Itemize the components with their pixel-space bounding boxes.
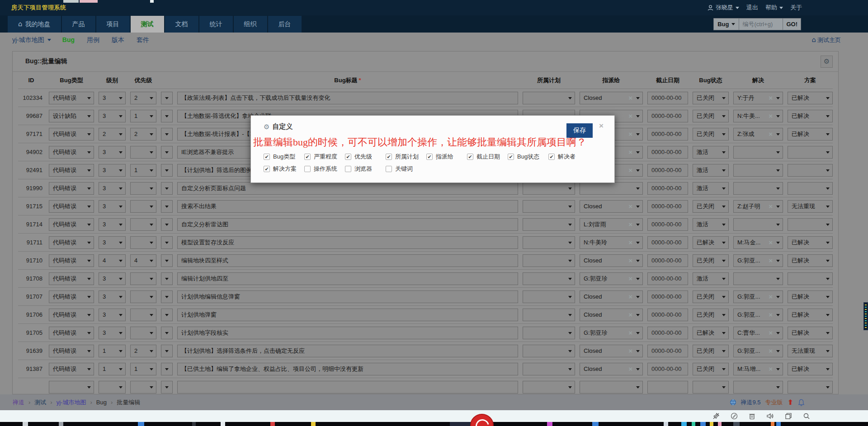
upgrade-icon[interactable]: ⬆ — [788, 399, 793, 406]
bug-type-select[interactable]: 代码错误 — [49, 345, 94, 357]
severity-select[interactable]: 3 — [99, 290, 126, 303]
severity-select[interactable]: 3 — [99, 327, 126, 339]
assigned-to-picker[interactable]: × — [580, 182, 643, 195]
clear-icon[interactable]: × — [628, 203, 632, 210]
clear-icon[interactable]: × — [628, 347, 632, 354]
bug-type-select[interactable]: 代码错误 — [49, 272, 94, 285]
severity-select[interactable]: 3 — [99, 164, 126, 177]
clear-icon[interactable]: × — [628, 239, 632, 246]
field-checkbox-Bug状态[interactable]: ✔ Bug状态 — [508, 153, 548, 161]
window-restore-icon[interactable] — [785, 412, 792, 420]
plan-select[interactable] — [523, 363, 575, 375]
resolution-select[interactable]: 已解决 — [788, 92, 833, 104]
resolved-by-picker[interactable]: × — [733, 381, 783, 393]
breadcrumb-product[interactable]: yj-城市地图 — [57, 398, 86, 407]
title-color-select[interactable] — [161, 381, 173, 393]
severity-select[interactable]: 3 — [99, 218, 126, 231]
resolution-select[interactable] — [788, 146, 833, 159]
resolution-select[interactable] — [788, 272, 833, 285]
severity-select[interactable]: 2 — [99, 128, 126, 140]
clear-icon[interactable]: × — [628, 365, 632, 372]
assigned-to-picker[interactable]: G:郭亚珍× — [580, 327, 643, 339]
nav-tab-统计[interactable]: 统计 — [199, 16, 233, 33]
resolved-by-picker[interactable]: G:郭亚...× — [733, 290, 783, 303]
resolved-by-picker[interactable]: M:马金...× — [733, 236, 783, 249]
severity-select[interactable]: 4 — [99, 254, 126, 267]
resolved-by-picker[interactable]: × — [733, 218, 783, 231]
priority-select[interactable] — [130, 200, 156, 213]
plan-select[interactable] — [523, 236, 575, 249]
clear-icon[interactable]: × — [769, 239, 773, 246]
subnav-item-Bug[interactable]: Bug — [62, 36, 75, 44]
product-switcher[interactable]: yj-城市地图 — [12, 36, 51, 44]
deadline-input[interactable]: 0000-00-00 — [647, 200, 688, 213]
title-color-select[interactable] — [161, 254, 173, 267]
pin-disabled-icon[interactable] — [712, 412, 720, 420]
resolved-by-picker[interactable]: G:郭亚...× — [733, 254, 783, 267]
title-color-select[interactable] — [161, 272, 173, 285]
resolved-by-picker[interactable]: G:郭亚...× — [733, 345, 783, 357]
plan-select[interactable] — [523, 327, 575, 339]
resolution-select[interactable]: 已解决 — [788, 309, 833, 321]
bug-title-input[interactable]: 编辑地块四至样式 — [177, 254, 518, 267]
field-checkbox-截止日期[interactable]: ✔ 截止日期 — [467, 153, 508, 161]
status-select[interactable]: 激活 — [693, 164, 729, 177]
clear-icon[interactable]: × — [769, 94, 773, 101]
bug-type-select[interactable]: 代码错误 — [49, 290, 94, 303]
bug-type-select[interactable]: 代码错误 — [49, 182, 94, 195]
edit-pen-icon[interactable] — [731, 412, 738, 420]
bug-type-select[interactable]: 代码错误 — [49, 254, 94, 267]
field-checkbox-解决者[interactable]: ✔ 解决者 — [548, 153, 589, 161]
assigned-to-picker[interactable]: N:牛美玲× — [580, 236, 643, 249]
bug-type-select[interactable]: 代码错误 — [49, 309, 94, 321]
resolution-select[interactable]: 已解决 — [788, 128, 833, 140]
deadline-input[interactable]: 0000-00-00 — [647, 254, 688, 267]
speaker-icon[interactable] — [766, 412, 774, 420]
bug-type-select[interactable]: 代码错误 — [49, 200, 94, 213]
nav-tab-项目[interactable]: 项目 — [96, 16, 130, 33]
field-checkbox-优先级[interactable]: ✔ 优先级 — [345, 153, 386, 161]
bug-title-input[interactable]: 模型设置暂存没反应 — [177, 236, 518, 249]
search-go-button[interactable]: GO! — [783, 18, 801, 30]
severity-select[interactable]: 3 — [99, 182, 126, 195]
clear-icon[interactable]: × — [769, 203, 773, 210]
bug-title-input[interactable]: 搜索不出结果 — [177, 200, 518, 213]
title-color-select[interactable] — [161, 182, 173, 195]
title-color-select[interactable] — [161, 218, 173, 231]
bug-type-select[interactable]: 代码错误 — [49, 164, 94, 177]
clear-icon[interactable]: × — [628, 221, 632, 228]
assigned-to-picker[interactable]: G:郭亚珍× — [580, 272, 643, 285]
plan-select[interactable] — [523, 272, 575, 285]
resolved-by-picker[interactable]: C:曹华...× — [733, 327, 783, 339]
bug-type-select[interactable]: 代码错误 — [49, 218, 94, 231]
field-checkbox-关键词[interactable]: 关键词 — [386, 165, 426, 173]
clear-icon[interactable]: × — [628, 149, 632, 155]
title-color-select[interactable] — [161, 200, 173, 213]
field-checkbox-指派给[interactable]: ✔ 指派给 — [426, 153, 467, 161]
plan-select[interactable] — [523, 200, 575, 213]
priority-select[interactable] — [130, 381, 156, 393]
bug-title-input[interactable]: 计划供地编辑信息弹窗 — [177, 290, 518, 303]
bug-type-select[interactable]: 设计缺陷 — [49, 110, 94, 122]
title-color-select[interactable] — [161, 327, 173, 339]
priority-select[interactable]: 2 — [130, 92, 156, 104]
clear-icon[interactable]: × — [769, 131, 773, 137]
nav-tab-测试[interactable]: 测试 — [131, 16, 164, 33]
priority-select[interactable]: 1 — [130, 363, 156, 375]
resolution-select[interactable]: 已解决 — [788, 254, 833, 267]
resolution-select[interactable] — [788, 381, 833, 393]
assigned-to-picker[interactable]: Closed× — [580, 309, 643, 321]
nav-tab-产品[interactable]: 产品 — [62, 16, 95, 33]
title-color-select[interactable] — [161, 309, 173, 321]
plan-select[interactable] — [523, 309, 575, 321]
severity-select[interactable]: 3 — [99, 236, 126, 249]
bug-title-input[interactable]: 【已供土地】编辑了拿地企业、权益占比、项目公司，明细中没有更新 — [177, 363, 518, 375]
title-color-select[interactable] — [161, 236, 173, 249]
field-checkbox-浏览器[interactable]: 浏览器 — [345, 165, 386, 173]
search-type-dropdown[interactable]: Bug — [713, 18, 739, 30]
bug-type-select[interactable]: 代码错误 — [49, 363, 94, 375]
deadline-input[interactable] — [647, 381, 688, 393]
resolution-select[interactable]: 无法重现 — [788, 200, 833, 213]
deadline-input[interactable]: 0000-00-00 — [647, 110, 688, 122]
breadcrumb-bug[interactable]: Bug — [96, 399, 107, 406]
